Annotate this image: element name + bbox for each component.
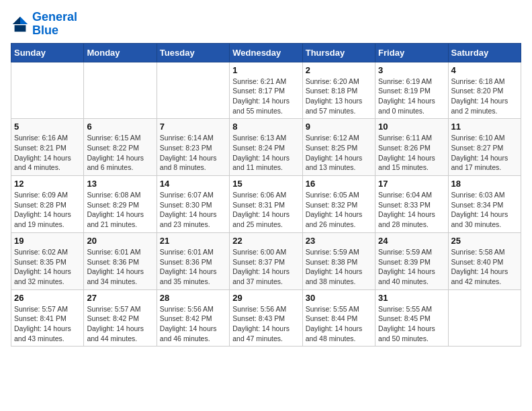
calendar-week-4: 19Sunrise: 6:02 AMSunset: 8:35 PMDayligh… (11, 232, 521, 289)
day-info: Sunrise: 6:06 AMSunset: 8:31 PMDaylight:… (232, 190, 299, 230)
day-info: Sunrise: 5:56 AMSunset: 8:42 PMDaylight:… (160, 304, 226, 344)
calendar-cell: 23Sunrise: 5:59 AMSunset: 8:38 PMDayligh… (302, 232, 375, 289)
calendar-cell: 5Sunrise: 6:16 AMSunset: 8:21 PMDaylight… (11, 119, 84, 176)
svg-rect-2 (15, 25, 26, 32)
day-info: Sunrise: 6:21 AMSunset: 8:17 PMDaylight:… (232, 77, 299, 116)
calendar-body: 1Sunrise: 6:21 AMSunset: 8:17 PMDaylight… (11, 62, 521, 347)
day-number: 24 (378, 236, 445, 246)
calendar-cell: 29Sunrise: 5:56 AMSunset: 8:43 PMDayligh… (230, 289, 302, 347)
day-number: 14 (160, 179, 226, 189)
day-info: Sunrise: 5:59 AMSunset: 8:38 PMDaylight:… (306, 247, 372, 287)
day-info: Sunrise: 6:02 AMSunset: 8:35 PMDaylight:… (14, 247, 81, 287)
day-number: 15 (232, 179, 299, 189)
day-of-week-header-row: SundayMondayTuesdayWednesdayThursdayFrid… (11, 43, 521, 62)
calendar-week-3: 12Sunrise: 6:09 AMSunset: 8:28 PMDayligh… (11, 176, 521, 233)
calendar-cell (84, 62, 157, 119)
dow-header-wednesday: Wednesday (230, 43, 302, 62)
day-number: 23 (306, 236, 372, 246)
day-info: Sunrise: 5:55 AMSunset: 8:45 PMDaylight:… (378, 304, 445, 344)
dow-header-sunday: Sunday (11, 43, 84, 62)
day-number: 19 (14, 236, 81, 246)
day-number: 30 (306, 293, 372, 303)
calendar-cell: 15Sunrise: 6:06 AMSunset: 8:31 PMDayligh… (230, 176, 302, 233)
day-info: Sunrise: 6:01 AMSunset: 8:36 PMDaylight:… (160, 247, 226, 287)
day-info: Sunrise: 6:13 AMSunset: 8:24 PMDaylight:… (232, 133, 299, 173)
calendar-cell: 28Sunrise: 5:56 AMSunset: 8:42 PMDayligh… (157, 289, 229, 347)
day-number: 4 (451, 65, 518, 75)
day-number: 25 (451, 236, 518, 246)
calendar-cell (11, 62, 84, 119)
calendar-cell: 25Sunrise: 5:58 AMSunset: 8:40 PMDayligh… (448, 232, 521, 289)
day-number: 17 (378, 179, 445, 189)
day-number: 1 (232, 65, 299, 75)
day-info: Sunrise: 5:58 AMSunset: 8:40 PMDaylight:… (451, 247, 518, 287)
day-number: 22 (232, 236, 299, 246)
day-info: Sunrise: 6:11 AMSunset: 8:26 PMDaylight:… (378, 133, 445, 173)
dow-header-tuesday: Tuesday (157, 43, 229, 62)
calendar-cell: 21Sunrise: 6:01 AMSunset: 8:36 PMDayligh… (157, 232, 229, 289)
logo-text: General Blue (32, 11, 77, 38)
calendar-cell: 13Sunrise: 6:08 AMSunset: 8:29 PMDayligh… (84, 176, 157, 233)
calendar-cell: 19Sunrise: 6:02 AMSunset: 8:35 PMDayligh… (11, 232, 84, 289)
calendar-cell: 8Sunrise: 6:13 AMSunset: 8:24 PMDaylight… (230, 119, 302, 176)
day-info: Sunrise: 5:55 AMSunset: 8:44 PMDaylight:… (306, 304, 372, 344)
calendar-table: SundayMondayTuesdayWednesdayThursdayFrid… (11, 43, 521, 347)
svg-marker-0 (20, 17, 28, 24)
day-number: 29 (232, 293, 299, 303)
day-info: Sunrise: 6:09 AMSunset: 8:28 PMDaylight:… (14, 190, 81, 230)
day-number: 20 (87, 236, 153, 246)
day-info: Sunrise: 6:08 AMSunset: 8:29 PMDaylight:… (87, 190, 153, 230)
day-number: 12 (14, 179, 81, 189)
dow-header-thursday: Thursday (302, 43, 375, 62)
svg-marker-1 (13, 17, 20, 24)
day-info: Sunrise: 6:04 AMSunset: 8:33 PMDaylight:… (378, 190, 445, 230)
day-info: Sunrise: 6:10 AMSunset: 8:27 PMDaylight:… (451, 133, 518, 173)
logo: General Blue (11, 11, 77, 38)
calendar-cell: 4Sunrise: 6:18 AMSunset: 8:20 PMDaylight… (448, 62, 521, 119)
calendar-week-2: 5Sunrise: 6:16 AMSunset: 8:21 PMDaylight… (11, 119, 521, 176)
day-number: 21 (160, 236, 226, 246)
day-info: Sunrise: 5:56 AMSunset: 8:43 PMDaylight:… (232, 304, 299, 344)
calendar-cell: 20Sunrise: 6:01 AMSunset: 8:36 PMDayligh… (84, 232, 157, 289)
calendar-cell: 11Sunrise: 6:10 AMSunset: 8:27 PMDayligh… (448, 119, 521, 176)
calendar-cell: 16Sunrise: 6:05 AMSunset: 8:32 PMDayligh… (302, 176, 375, 233)
dow-header-saturday: Saturday (448, 43, 521, 62)
day-info: Sunrise: 6:03 AMSunset: 8:34 PMDaylight:… (451, 190, 518, 230)
day-number: 27 (87, 293, 153, 303)
dow-header-monday: Monday (84, 43, 157, 62)
calendar-cell: 30Sunrise: 5:55 AMSunset: 8:44 PMDayligh… (302, 289, 375, 347)
page-header: General Blue (11, 11, 521, 38)
calendar-cell: 18Sunrise: 6:03 AMSunset: 8:34 PMDayligh… (448, 176, 521, 233)
day-info: Sunrise: 6:12 AMSunset: 8:25 PMDaylight:… (306, 133, 372, 173)
day-info: Sunrise: 5:57 AMSunset: 8:41 PMDaylight:… (14, 304, 81, 344)
day-info: Sunrise: 6:18 AMSunset: 8:20 PMDaylight:… (451, 77, 518, 116)
day-info: Sunrise: 6:00 AMSunset: 8:37 PMDaylight:… (232, 247, 299, 287)
day-info: Sunrise: 6:05 AMSunset: 8:32 PMDaylight:… (306, 190, 372, 230)
dow-header-friday: Friday (375, 43, 448, 62)
logo-icon (11, 15, 30, 34)
day-number: 28 (160, 293, 226, 303)
calendar-cell: 31Sunrise: 5:55 AMSunset: 8:45 PMDayligh… (375, 289, 448, 347)
calendar-cell (448, 289, 521, 347)
calendar-cell: 3Sunrise: 6:19 AMSunset: 8:19 PMDaylight… (375, 62, 448, 119)
day-info: Sunrise: 6:19 AMSunset: 8:19 PMDaylight:… (378, 77, 445, 116)
calendar-cell: 12Sunrise: 6:09 AMSunset: 8:28 PMDayligh… (11, 176, 84, 233)
day-number: 11 (451, 122, 518, 132)
calendar-cell: 24Sunrise: 5:59 AMSunset: 8:39 PMDayligh… (375, 232, 448, 289)
calendar-cell: 22Sunrise: 6:00 AMSunset: 8:37 PMDayligh… (230, 232, 302, 289)
day-number: 9 (306, 122, 372, 132)
calendar-cell: 14Sunrise: 6:07 AMSunset: 8:30 PMDayligh… (157, 176, 229, 233)
calendar-cell: 26Sunrise: 5:57 AMSunset: 8:41 PMDayligh… (11, 289, 84, 347)
day-number: 8 (232, 122, 299, 132)
calendar-cell: 10Sunrise: 6:11 AMSunset: 8:26 PMDayligh… (375, 119, 448, 176)
day-number: 5 (14, 122, 81, 132)
day-info: Sunrise: 6:15 AMSunset: 8:22 PMDaylight:… (87, 133, 153, 173)
day-number: 6 (87, 122, 153, 132)
calendar-cell: 27Sunrise: 5:57 AMSunset: 8:42 PMDayligh… (84, 289, 157, 347)
day-info: Sunrise: 5:59 AMSunset: 8:39 PMDaylight:… (378, 247, 445, 287)
day-number: 2 (306, 65, 372, 75)
calendar-cell: 17Sunrise: 6:04 AMSunset: 8:33 PMDayligh… (375, 176, 448, 233)
calendar-cell: 9Sunrise: 6:12 AMSunset: 8:25 PMDaylight… (302, 119, 375, 176)
day-info: Sunrise: 6:07 AMSunset: 8:30 PMDaylight:… (160, 190, 226, 230)
day-info: Sunrise: 6:01 AMSunset: 8:36 PMDaylight:… (87, 247, 153, 287)
